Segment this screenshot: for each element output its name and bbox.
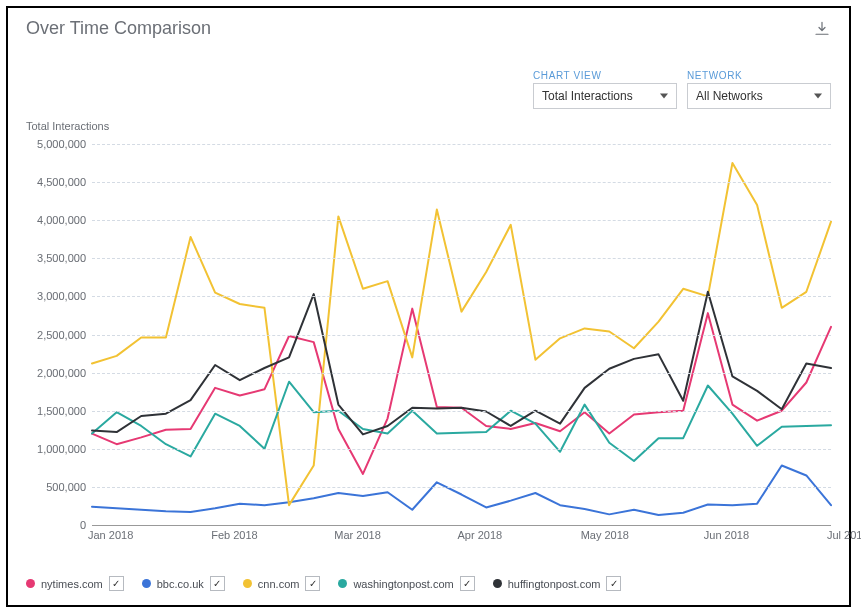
x-tick-label: Jul 2018	[827, 525, 861, 541]
chart-view-value: Total Interactions	[542, 89, 633, 103]
x-tick-label: Jun 2018	[704, 525, 749, 541]
legend-item: washingtonpost.com✓	[338, 576, 474, 591]
network-select[interactable]: All Networks	[687, 83, 831, 109]
chart-view-label: CHART VIEW	[533, 70, 677, 81]
grid-line	[92, 487, 831, 488]
series-line	[92, 292, 831, 435]
legend-item: bbc.co.uk✓	[142, 576, 225, 591]
grid-line	[92, 335, 831, 336]
y-tick-label: 1,500,000	[37, 405, 92, 417]
legend-swatch	[493, 579, 502, 588]
grid-line	[92, 411, 831, 412]
grid-line	[92, 296, 831, 297]
chart-view-select[interactable]: Total Interactions	[533, 83, 677, 109]
legend-checkbox[interactable]: ✓	[210, 576, 225, 591]
y-tick-label: 2,000,000	[37, 367, 92, 379]
controls: CHART VIEW Total Interactions NETWORK Al…	[533, 70, 831, 109]
download-icon[interactable]	[813, 20, 831, 38]
grid-line	[92, 182, 831, 183]
y-tick-label: 3,500,000	[37, 252, 92, 264]
legend-item: cnn.com✓	[243, 576, 321, 591]
legend-checkbox[interactable]: ✓	[606, 576, 621, 591]
legend-label: bbc.co.uk	[157, 578, 204, 590]
legend-label: nytimes.com	[41, 578, 103, 590]
grid-line	[92, 220, 831, 221]
legend: nytimes.com✓bbc.co.uk✓cnn.com✓washington…	[26, 576, 621, 591]
page-title: Over Time Comparison	[26, 18, 211, 39]
chart-view-group: CHART VIEW Total Interactions	[533, 70, 677, 109]
chart-area: Total Interactions 0500,0001,000,0001,50…	[26, 126, 831, 547]
y-tick-label: 4,500,000	[37, 176, 92, 188]
legend-label: washingtonpost.com	[353, 578, 453, 590]
legend-swatch	[26, 579, 35, 588]
grid-line	[92, 449, 831, 450]
y-tick-label: 2,500,000	[37, 329, 92, 341]
network-label: NETWORK	[687, 70, 831, 81]
legend-checkbox[interactable]: ✓	[109, 576, 124, 591]
y-tick-label: 500,000	[46, 481, 92, 493]
grid-line	[92, 373, 831, 374]
legend-label: cnn.com	[258, 578, 300, 590]
legend-item: nytimes.com✓	[26, 576, 124, 591]
y-axis-title: Total Interactions	[26, 120, 109, 132]
y-tick-label: 4,000,000	[37, 214, 92, 226]
x-tick-label: May 2018	[581, 525, 629, 541]
x-tick-label: Jan 2018	[88, 525, 133, 541]
plot: 0500,0001,000,0001,500,0002,000,0002,500…	[92, 144, 831, 525]
network-value: All Networks	[696, 89, 763, 103]
legend-checkbox[interactable]: ✓	[460, 576, 475, 591]
x-tick-label: Mar 2018	[334, 525, 380, 541]
legend-checkbox[interactable]: ✓	[305, 576, 320, 591]
y-tick-label: 5,000,000	[37, 138, 92, 150]
network-group: NETWORK All Networks	[687, 70, 831, 109]
y-tick-label: 3,000,000	[37, 290, 92, 302]
x-tick-label: Feb 2018	[211, 525, 257, 541]
legend-swatch	[142, 579, 151, 588]
header: Over Time Comparison	[8, 8, 849, 43]
grid-line	[92, 258, 831, 259]
legend-swatch	[243, 579, 252, 588]
panel: Over Time Comparison CHART VIEW Total In…	[6, 6, 851, 607]
series-line	[92, 466, 831, 516]
y-tick-label: 1,000,000	[37, 443, 92, 455]
legend-swatch	[338, 579, 347, 588]
legend-label: huffingtonpost.com	[508, 578, 601, 590]
legend-item: huffingtonpost.com✓	[493, 576, 622, 591]
x-tick-label: Apr 2018	[458, 525, 503, 541]
grid-line	[92, 144, 831, 145]
